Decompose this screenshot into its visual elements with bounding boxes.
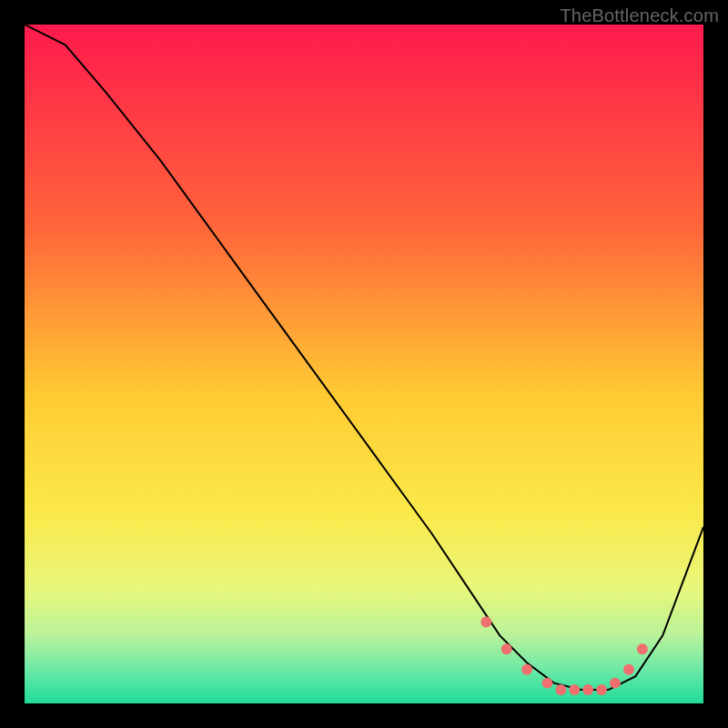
- highlight-dot: [521, 664, 532, 675]
- highlight-dot: [582, 684, 593, 695]
- highlight-dot: [596, 684, 607, 695]
- highlight-dot: [555, 684, 566, 695]
- bottleneck-curve: [25, 25, 703, 690]
- highlight-dot: [541, 678, 552, 689]
- highlight-dot: [501, 643, 512, 654]
- chart-frame: TheBottleneck.com: [0, 0, 728, 728]
- highlight-dot: [610, 678, 621, 689]
- highlight-dot: [623, 664, 634, 675]
- highlight-dot: [569, 684, 580, 695]
- watermark-text: TheBottleneck.com: [560, 5, 719, 26]
- plot-area: [25, 25, 703, 703]
- chart-lines: [25, 25, 703, 703]
- highlight-dot: [637, 643, 648, 654]
- highlight-dot: [480, 617, 491, 628]
